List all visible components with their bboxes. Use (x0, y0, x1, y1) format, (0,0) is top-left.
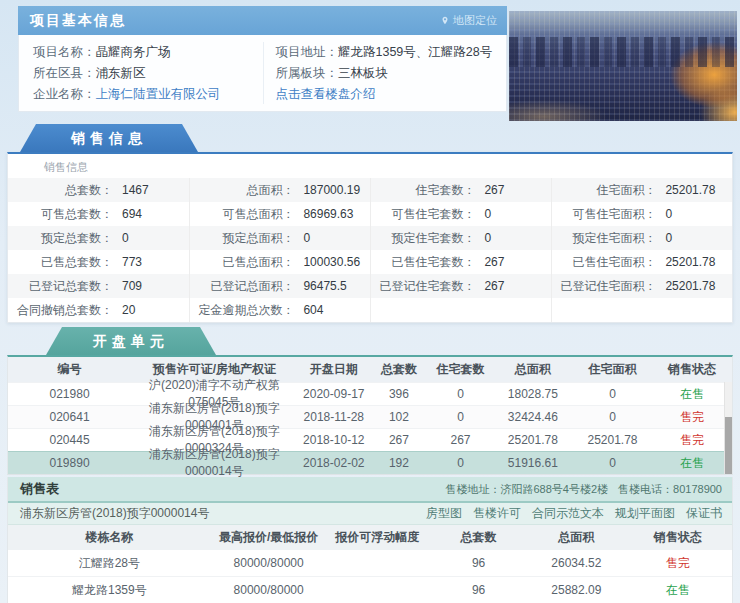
field-label: 定金逾期总次数： (190, 302, 294, 319)
cell-res-units: 0 (428, 456, 493, 470)
table-row-selected[interactable]: 019890 浦东新区房管(2018)预字0000014号 2018-02-02… (8, 451, 732, 474)
sales-info-row: 合同撤销总套数：20 定金逾期总次数：604 (8, 298, 732, 322)
field-value: 0 (656, 207, 672, 221)
cell-id: 019890 (8, 456, 131, 470)
project-info-title: 项目基本信息 (30, 12, 126, 30)
map-pin-icon (440, 15, 450, 27)
vertical-scrollbar[interactable] (724, 382, 732, 474)
cell-res-area: 25201.78 (573, 433, 653, 447)
status-badge: 在售 (652, 386, 732, 403)
sales-info-row: 已售总套数：773 已售总面积：100030.56 已售住宅套数：267 已售住… (8, 250, 732, 274)
sales-info-row: 预定总套数：0 预定总面积：0 预定住宅套数：0 预定住宅面积：0 (8, 226, 732, 250)
field-value: 0 (475, 207, 491, 221)
field-value: 86969.63 (294, 207, 353, 221)
selected-permit-number: 浦东新区房管(2018)预字0000014号 (20, 505, 209, 522)
view-intro-link[interactable]: 点击查看楼盘介绍 (276, 87, 376, 101)
project-name-value: 晶耀商务广场 (96, 45, 171, 59)
field-label: 住宅面积： (552, 182, 656, 199)
cell-total-area: 25201.78 (493, 433, 573, 447)
field-label: 可售总套数： (8, 206, 113, 223)
link-guarantee[interactable]: 保证书 (686, 505, 722, 522)
field-value: 187000.19 (294, 183, 360, 197)
table-row[interactable]: 耀龙路1359号 80000/80000 96 25882.09 在售 (8, 577, 732, 603)
field-label: 住宅套数： (371, 182, 475, 199)
field-label: 已登记总套数： (8, 278, 113, 295)
opening-units-header-row: 编号 预售许可证/房地产权证 开盘日期 总套数 住宅套数 总面积 住宅面积 销售… (8, 357, 732, 382)
sales-table-band: 销售表 售楼地址：济阳路688号4号楼2楼 售楼电话：80178900 (8, 477, 732, 503)
sales-info-row: 总套数：1467 总面积：187000.19 住宅套数：267 住宅面积：252… (8, 178, 732, 202)
status-badge: 售完 (652, 409, 732, 426)
sales-office-info: 售楼地址：济阳路688号4号楼2楼 售楼电话：80178900 (445, 482, 722, 497)
col-header-date: 开盘日期 (298, 361, 370, 378)
sales-info-row: 可售总套数：694 可售总面积：86969.63 可售住宅套数：0 可售住宅面积… (8, 202, 732, 226)
field-value: 773 (113, 255, 142, 269)
link-contract-sample[interactable]: 合同示范文本 (532, 505, 604, 522)
cell-res-units: 267 (428, 433, 493, 447)
field-value: 25201.78 (656, 279, 715, 293)
col-header-res-area: 住宅面积 (573, 361, 653, 378)
tab-sales-info[interactable]: 销售信息 (20, 124, 198, 152)
col-header-status: 销售状态 (652, 361, 732, 378)
block-value: 三林板块 (338, 66, 388, 80)
col-header-permit: 预售许可证/房地产权证 (131, 361, 298, 378)
sales-table-subband: 浦东新区房管(2018)预字0000014号 房型图 售楼许可 合同示范文本 规… (8, 503, 732, 525)
table-row[interactable]: 020445 浦东新区房管(2018)预字0000324号 2018-10-12… (8, 428, 732, 451)
block-label: 所属板块： (276, 66, 339, 80)
field-label: 总面积： (190, 182, 294, 199)
cell-res-units: 0 (428, 410, 493, 424)
table-row[interactable]: 020641 浦东新区房管(2018)预字0000401号 2018-11-28… (8, 405, 732, 428)
tab-opening-units[interactable]: 开盘单元 (46, 327, 216, 355)
field-value: 267 (475, 279, 504, 293)
link-floorplan[interactable]: 房型图 (426, 505, 462, 522)
table-row[interactable]: 021980 沪(2020)浦字不动产权第075045号 2020-09-17 … (8, 382, 732, 405)
field-label: 已登记住宅套数： (371, 278, 475, 295)
address-label: 项目地址： (276, 45, 339, 59)
field-value: 267 (475, 255, 504, 269)
cell-total-units: 267 (370, 433, 428, 447)
table-row[interactable]: 江耀路28号 80000/80000 96 26034.52 售完 (8, 550, 732, 577)
page: 项目基本信息 地图定位 项目名称：晶耀商务广场 所在区县：浦东新区 企业名称：上… (0, 6, 740, 603)
cell-res-area: 0 (573, 456, 653, 470)
field-value: 604 (294, 303, 323, 317)
cell-date: 2018-02-02 (298, 456, 370, 470)
map-locate-link[interactable]: 地图定位 (440, 13, 497, 28)
cell-price: 80000/80000 (211, 556, 327, 570)
field-label: 预定总面积： (190, 230, 294, 247)
col-header-total-units: 总套数 (370, 361, 428, 378)
cell-total-units: 96 (428, 556, 529, 570)
sales-office-phone: 售楼电话：80178900 (618, 482, 722, 497)
sales-table-title: 销售表 (20, 480, 59, 498)
cell-id: 021980 (8, 387, 131, 401)
col-header-total-units: 总套数 (428, 529, 529, 546)
opening-units-table: 编号 预售许可证/房地产权证 开盘日期 总套数 住宅套数 总面积 住宅面积 销售… (7, 355, 733, 475)
field-value: 20 (113, 303, 135, 317)
cell-date: 2018-10-12 (298, 433, 370, 447)
field-value: 0 (113, 231, 129, 245)
link-planning-map[interactable]: 规划平面图 (615, 505, 675, 522)
cell-total-area: 32424.46 (493, 410, 573, 424)
link-sales-permit[interactable]: 售楼许可 (473, 505, 521, 522)
field-label: 已登记总面积： (190, 278, 294, 295)
sales-table-section: 销售表 售楼地址：济阳路688号4号楼2楼 售楼电话：80178900 浦东新区… (7, 477, 733, 603)
field-label: 可售住宅套数： (371, 206, 475, 223)
cell-building: 耀龙路1359号 (8, 582, 211, 599)
status-badge: 在售 (652, 455, 732, 472)
company-link[interactable]: 上海仁陆置业有限公司 (96, 87, 221, 101)
sales-info-panel: 销售信息 总套数：1467 总面积：187000.19 住宅套数：267 住宅面… (7, 152, 733, 323)
district-label: 所在区县： (33, 66, 96, 80)
project-name-label: 项目名称： (33, 45, 96, 59)
col-header-building: 楼栋名称 (8, 529, 211, 546)
field-label: 已登记住宅面积： (552, 278, 656, 295)
field-value: 0 (656, 231, 672, 245)
field-label: 总套数： (8, 182, 113, 199)
project-info-header: 项目基本信息 地图定位 (18, 6, 507, 35)
cell-total-area: 18028.75 (493, 387, 573, 401)
col-header-total-area: 总面积 (529, 529, 623, 546)
col-header-res-units: 住宅套数 (428, 361, 493, 378)
sales-info-sublabel: 销售信息 (8, 154, 732, 178)
scrollbar-thumb[interactable] (725, 417, 732, 474)
company-label: 企业名称： (33, 87, 96, 101)
sales-info-grid: 总套数：1467 总面积：187000.19 住宅套数：267 住宅面积：252… (8, 178, 732, 322)
field-label: 预定住宅面积： (552, 230, 656, 247)
field-value: 25201.78 (656, 255, 715, 269)
